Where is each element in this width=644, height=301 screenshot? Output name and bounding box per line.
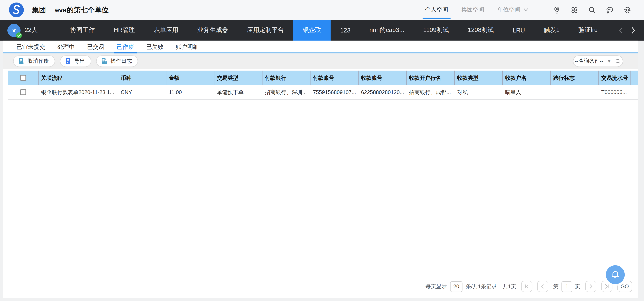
row-checkbox[interactable]: [20, 89, 26, 96]
chevron-left-icon[interactable]: [618, 26, 624, 34]
nav-item-collaboration[interactable]: 协同工作: [60, 20, 104, 40]
cell-transaction-serial: T000006...: [599, 85, 631, 99]
search-icon[interactable]: [588, 6, 596, 14]
tab-reviewed-unsubmitted[interactable]: 已审未提交: [16, 41, 45, 54]
nav-item-business-generator[interactable]: 业务生成器: [188, 20, 238, 40]
col-payer-account: 付款账号: [310, 71, 358, 85]
table-row[interactable]: 银企联付款表单2020-11-23 1... CNY 11.00 单笔预下单 招…: [8, 85, 638, 100]
chevron-down-icon: [524, 8, 528, 11]
header-divider: [539, 6, 539, 14]
col-interbank-flag: 跨行标志: [551, 71, 599, 85]
online-check-badge-icon: [16, 32, 22, 38]
status-tabbar: 已审未提交 处理中 已交易 已作废 已失败 账户明细: [3, 41, 638, 54]
cell-payee-account: 6225880280120...: [358, 85, 407, 99]
cell-payee-bank-name: 招商银行、成都...: [406, 85, 455, 99]
tab-voided[interactable]: 已作废: [116, 41, 134, 54]
location-icon[interactable]: [552, 6, 561, 14]
nav-item-forms[interactable]: 表单应用: [144, 20, 188, 40]
page-title: eva的第七个单位: [55, 5, 108, 15]
operation-log-doc-icon: [101, 58, 108, 64]
chevron-right-icon[interactable]: [631, 26, 636, 34]
cancel-void-doc-icon: [18, 58, 24, 64]
col-transaction-type: 交易类型: [214, 71, 262, 85]
page-number-input[interactable]: [562, 281, 572, 292]
nav-item-verify-lru[interactable]: 验证lru: [569, 20, 607, 40]
select-all-cell: [8, 71, 38, 85]
page-number-group: 第 页: [553, 281, 580, 292]
content-panel: 已审未提交 处理中 已交易 已作废 已失败 账户明细 取消作废: [3, 41, 638, 298]
tab-traded[interactable]: 已交易: [87, 41, 104, 54]
nav-item-123[interactable]: 123: [331, 20, 360, 40]
nav-item-trigger1[interactable]: 触发1: [534, 20, 569, 40]
main-navbar: nn 22人 协同工作 HR管理 表单应用 业务生成器 应用定制平台 银企联 1…: [0, 20, 644, 40]
cell-transaction-type: 单笔预下单: [214, 85, 262, 99]
tab-failed[interactable]: 已失败: [146, 41, 164, 54]
col-related-flow: 关联流程: [38, 71, 118, 85]
nav-item-hr[interactable]: HR管理: [104, 20, 144, 40]
prev-page-icon: [540, 284, 546, 289]
nav-item-lru[interactable]: LRU: [503, 20, 534, 40]
select-all-checkbox[interactable]: [20, 75, 26, 81]
col-spacer: [631, 71, 638, 85]
col-payee-bank-name: 收款开户行名: [406, 71, 455, 85]
query-condition-label: --查询条件--: [575, 58, 604, 65]
nav-item-bank-enterprise[interactable]: 银企联: [294, 20, 331, 40]
page-size-input[interactable]: [450, 281, 462, 292]
tab-processing[interactable]: 处理中: [58, 41, 75, 54]
cell-currency: CNY: [118, 85, 166, 99]
col-amount: 金额: [166, 71, 214, 85]
seeyon-logo-icon: [9, 2, 24, 17]
next-page-icon: [588, 284, 594, 289]
prev-page-button[interactable]: [537, 281, 548, 292]
cell-payee-name: 喵星人: [503, 85, 551, 99]
notification-bell-button[interactable]: [606, 265, 625, 284]
cancel-void-button[interactable]: 取消作废: [13, 56, 55, 67]
nav-item-1109-test[interactable]: 1109测试: [414, 20, 458, 40]
total-pages-label: 共1页: [503, 283, 516, 290]
transactions-table: 关联流程 币种 金额 交易类型 付款银行 付款账号 收款账号 收款开户行名 收款…: [8, 71, 638, 100]
col-transaction-serial: 交易流水号: [599, 71, 631, 85]
nav-item-nnn-cap3[interactable]: nnn的cap3...: [360, 20, 414, 40]
space-tab-group[interactable]: 集团空间: [460, 0, 485, 19]
operation-log-button[interactable]: 操作日志: [96, 56, 138, 67]
toolbar: 取消作废 导出: [3, 53, 638, 69]
page-size-label: 每页显示: [426, 283, 447, 290]
col-payee-type: 收款类型: [455, 71, 503, 85]
navbar-scroll-arrows: [618, 26, 639, 34]
page-suffix-label: 页: [575, 283, 580, 290]
table-header-row: 关联流程 币种 金额 交易类型 付款银行 付款账号 收款账号 收款开户行名 收款…: [8, 71, 638, 85]
space-tab-unit[interactable]: 单位空间: [496, 0, 529, 19]
next-page-button[interactable]: [585, 281, 596, 292]
operation-log-label: 操作日志: [110, 58, 132, 65]
workspace: 已审未提交 处理中 已交易 已作废 已失败 账户明细 取消作废: [0, 41, 644, 301]
cell-payee-type: 对私: [455, 85, 503, 99]
last-page-icon: [604, 284, 610, 289]
tab-account-detail[interactable]: 账户明细: [176, 41, 199, 54]
col-payee-name: 收款户名: [503, 71, 551, 85]
cell-payer-bank: 招商银行、深圳...: [262, 85, 311, 99]
application-window: 集团 eva的第七个单位 个人空间 集团空间 单位空间: [0, 0, 644, 301]
space-tab-personal[interactable]: 个人空间: [424, 0, 449, 19]
page-prefix-label: 第: [553, 283, 559, 290]
first-page-icon: [524, 284, 530, 289]
export-label: 导出: [74, 58, 85, 65]
org-label: 集团: [32, 5, 46, 15]
cancel-void-label: 取消作废: [28, 58, 49, 65]
query-search-icon[interactable]: [615, 58, 621, 64]
nav-item-1208-test[interactable]: 1208测试: [458, 20, 503, 40]
pagination-bar: 每页显示 条/共1条记录 共1页 第: [3, 275, 638, 298]
nav-item-custom-platform[interactable]: 应用定制平台: [238, 20, 294, 40]
row-select-cell: [8, 85, 38, 99]
first-page-button[interactable]: [521, 281, 532, 292]
settings-gear-icon[interactable]: [623, 6, 632, 14]
export-button[interactable]: 导出: [60, 56, 91, 67]
user-avatar[interactable]: nn: [8, 24, 20, 37]
navbar-menu: 协同工作 HR管理 表单应用 业务生成器 应用定制平台 银企联 123 nnn的…: [60, 20, 607, 40]
records-label: 条/共1条记录: [466, 283, 497, 290]
col-payer-bank: 付款银行: [262, 71, 311, 85]
cell-amount: 11.00: [166, 85, 214, 99]
messages-icon[interactable]: [606, 6, 614, 14]
bell-icon: [610, 270, 620, 280]
apps-grid-icon[interactable]: [570, 6, 579, 14]
query-condition-dropdown[interactable]: --查询条件-- ▼: [573, 56, 623, 67]
